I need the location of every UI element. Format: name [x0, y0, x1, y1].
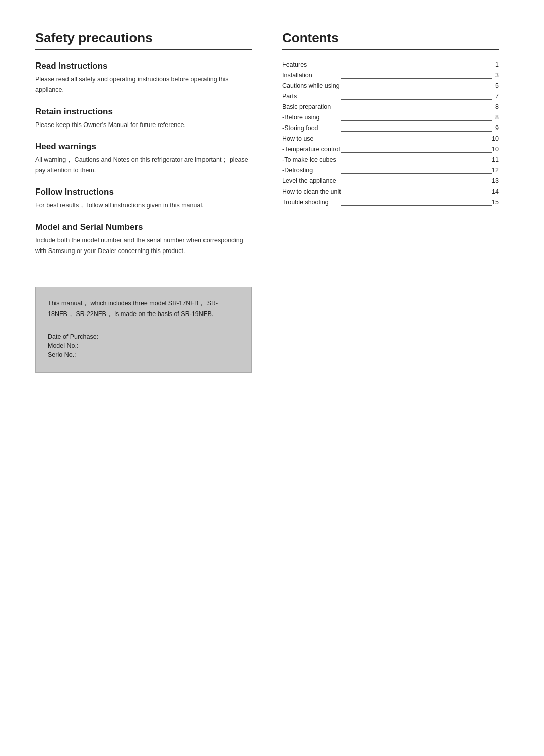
toc-row: Trouble shooting15: [282, 197, 499, 207]
toc-row: -Before using8: [282, 112, 499, 122]
toc-page: 5: [492, 80, 499, 91]
toc-row: -Temperature control10: [282, 144, 499, 154]
toc-dots: [341, 78, 492, 79]
toc-dots: [341, 152, 492, 153]
toc-label: Installation: [282, 70, 341, 80]
retain-instructions-text: Please keep this Owner’s Manual for futu…: [35, 120, 252, 131]
toc-page: 7: [492, 91, 499, 101]
toc-label: How to clean the unit: [282, 186, 341, 197]
left-column: Safety precautions Read Instructions Ple…: [35, 30, 252, 373]
toc-label: Basic preparation: [282, 101, 341, 112]
toc-label: Trouble shooting: [282, 197, 341, 207]
toc-row: -Defrosting12: [282, 165, 499, 175]
toc-label: Parts: [282, 91, 341, 101]
toc-dots: [341, 184, 492, 184]
right-column: Contents Features1Installation3Cautions …: [282, 30, 499, 207]
toc-dots: [341, 195, 492, 195]
toc-row: Features1: [282, 59, 499, 70]
toc-label: -Storing food: [282, 122, 341, 133]
toc-row: -To make ice cubes11: [282, 154, 499, 165]
retain-instructions-title: Retain instructions: [35, 107, 252, 117]
toc-row: Installation3: [282, 70, 499, 80]
toc-dots: [341, 205, 492, 206]
bottom-box-text: This manual， which includes three model …: [48, 298, 239, 320]
toc-page: 10: [492, 144, 499, 154]
toc-dots: [341, 89, 492, 89]
read-instructions-text: Please read all safety and operating ins…: [35, 74, 252, 96]
toc-label: -Defrosting: [282, 165, 341, 175]
bottom-info-box: This manual， which includes three model …: [35, 287, 252, 373]
toc-label: Features: [282, 59, 341, 70]
follow-instructions-text: For best results， follow all instruction…: [35, 200, 252, 211]
toc-label: How to use: [282, 133, 341, 144]
toc-row: -Storing food9: [282, 122, 499, 133]
toc-page: 12: [492, 165, 499, 175]
heed-warnings-text: All warning， Cautions and Notes on this …: [35, 155, 252, 176]
serio-no-field: Serio No.:: [48, 351, 239, 358]
toc-page: 3: [492, 70, 499, 80]
toc-dots: [341, 120, 492, 121]
toc-page: 8: [492, 112, 499, 122]
toc-page: 15: [492, 197, 499, 207]
toc-dots: [341, 173, 492, 174]
model-no-label: Model No.:: [48, 342, 78, 349]
bottom-box-fields: Date of Purchase: Model No.: Serio No.:: [48, 333, 239, 358]
contents-title: Contents: [282, 30, 499, 50]
toc-dots: [341, 68, 492, 68]
read-instructions-title: Read Instructions: [35, 61, 252, 71]
model-no-line: [80, 342, 239, 349]
toc-row: Cautions while using5: [282, 80, 499, 91]
date-of-purchase-line: [100, 333, 239, 340]
toc-page: 13: [492, 175, 499, 186]
toc-label: -Before using: [282, 112, 341, 122]
toc-label: -Temperature control: [282, 144, 341, 154]
model-serial-title: Model and Serial Numbers: [35, 222, 252, 232]
toc-label: Level the appliance: [282, 175, 341, 186]
toc-dots: [341, 163, 492, 163]
toc-page: 1: [492, 59, 499, 70]
toc-row: How to use10: [282, 133, 499, 144]
toc-page: 9: [492, 122, 499, 133]
toc-row: Basic preparation8: [282, 101, 499, 112]
toc-page: 14: [492, 186, 499, 197]
date-of-purchase-field: Date of Purchase:: [48, 333, 239, 340]
toc-page: 11: [492, 154, 499, 165]
serio-no-label: Serio No.:: [48, 351, 76, 358]
toc-dots: [341, 110, 492, 110]
toc-row: Level the appliance13: [282, 175, 499, 186]
safety-precautions-title: Safety precautions: [35, 30, 252, 50]
toc-page: 8: [492, 101, 499, 112]
toc-dots: [341, 99, 492, 100]
serio-no-line: [78, 351, 239, 358]
date-of-purchase-label: Date of Purchase:: [48, 333, 98, 340]
follow-instructions-title: Follow Instructions: [35, 187, 252, 197]
heed-warnings-title: Heed warnings: [35, 142, 252, 152]
toc-table: Features1Installation3Cautions while usi…: [282, 59, 499, 207]
toc-row: How to clean the unit14: [282, 186, 499, 197]
model-no-field: Model No.:: [48, 342, 239, 349]
toc-row: Parts7: [282, 91, 499, 101]
toc-page: 10: [492, 133, 499, 144]
toc-dots: [341, 142, 492, 142]
toc-label: Cautions while using: [282, 80, 341, 91]
toc-dots: [341, 131, 492, 132]
model-serial-text: Include both the model number and the se…: [35, 235, 252, 257]
toc-label: -To make ice cubes: [282, 154, 341, 165]
